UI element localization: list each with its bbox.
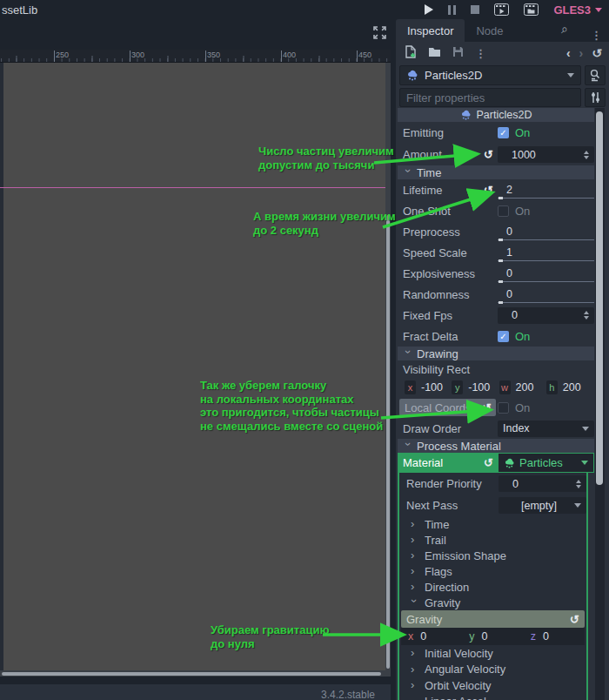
rect-h-field[interactable]: h 200 <box>546 380 592 394</box>
assetlib-tab[interactable]: ssetLib <box>2 3 37 17</box>
subsection-gravity[interactable]: › Gravity <box>399 595 586 610</box>
annotation-amount: Число частиц увеличим допустим до тысячи <box>258 145 394 172</box>
prop-explosiveness: Explosiveness 0 <box>398 263 594 284</box>
spinner-arrows-icon[interactable] <box>576 480 581 488</box>
subsection-initial-velocity[interactable]: › Initial Velocity <box>399 645 586 662</box>
distraction-free-icon[interactable] <box>371 24 387 40</box>
fold-closed-icon: › <box>411 551 418 560</box>
resource-menu-icon[interactable]: ⋮ <box>475 47 486 60</box>
slider-grabber[interactable] <box>499 280 503 283</box>
subsection-flags[interactable]: › Flags <box>399 563 586 579</box>
spinner-arrows-icon[interactable] <box>584 311 589 320</box>
fract-delta-checkbox[interactable]: ✓ <box>498 331 509 342</box>
dock-menu-icon[interactable]: ⋮ <box>591 29 602 42</box>
revert-icon[interactable]: ↺ <box>570 613 579 626</box>
subsection-time[interactable]: › Time <box>399 516 586 532</box>
play-scene-icon[interactable] <box>494 3 509 16</box>
annotation-line: до 2 секунд <box>253 224 396 238</box>
rect-y-field[interactable]: y -100 <box>452 380 497 394</box>
slider-grabber[interactable] <box>499 301 503 304</box>
inspector-scrollbar[interactable] <box>595 108 605 700</box>
prop-label: Next Pass <box>406 499 499 512</box>
gravity-z-field[interactable]: z 0 <box>524 630 585 643</box>
emitting-checkbox[interactable]: ✓ <box>498 127 509 138</box>
section-process-material[interactable]: › Process Material <box>398 439 594 453</box>
load-resource-icon[interactable] <box>428 45 441 61</box>
save-resource-icon[interactable] <box>452 45 464 61</box>
gravity-x-field[interactable]: x 0 <box>401 630 462 643</box>
annotation-line: на локальных координатах <box>200 393 383 407</box>
next-pass-dropdown[interactable]: [empty] <box>499 497 586 514</box>
subsection-direction[interactable]: › Direction <box>399 579 586 595</box>
tab-inspector[interactable]: Inspector <box>396 19 465 42</box>
subsection-trail[interactable]: › Trail <box>399 532 586 548</box>
gravity-property-highlight[interactable]: Gravity ↺ <box>401 610 585 628</box>
canvas-vscrollbar-thumb[interactable] <box>386 215 390 669</box>
draw-order-dropdown[interactable]: Index <box>498 421 594 437</box>
renderer-select[interactable]: GLES3 <box>553 3 602 17</box>
object-selector[interactable]: Particles2D <box>399 65 581 85</box>
open-docs-button[interactable] <box>585 65 606 85</box>
material-resource-dropdown[interactable]: Particles <box>498 453 594 473</box>
subsection-orbit-velocity[interactable]: › Orbit Velocity <box>399 677 586 694</box>
slider-grabber[interactable] <box>499 197 503 199</box>
slider-grabber[interactable] <box>499 239 503 241</box>
canvas-hscrollbar[interactable] <box>0 670 385 676</box>
inspector-tools-button[interactable] <box>585 88 606 107</box>
slider-grabber[interactable] <box>499 259 503 262</box>
play-custom-scene-icon[interactable] <box>524 3 539 16</box>
prop-value: 2 <box>506 184 512 196</box>
speed-scale-slider[interactable]: 1 <box>498 245 594 261</box>
randomness-slider[interactable]: 0 <box>498 286 594 303</box>
rect-x-field[interactable]: x -100 <box>405 380 450 394</box>
fold-open-icon: › <box>410 599 418 606</box>
inspector-scrollbar-thumb[interactable] <box>596 111 603 485</box>
spinner-arrows-icon[interactable] <box>584 151 589 159</box>
checkbox-label: On <box>515 205 530 218</box>
ruler-label: 300 <box>131 50 144 59</box>
revert-icon[interactable]: ↺ <box>484 184 493 197</box>
material-label-highlight[interactable]: Material ↺ <box>398 453 498 473</box>
prop-render-priority: Render Priority 0 <box>399 473 586 495</box>
explosiveness-slider[interactable]: 0 <box>498 266 594 282</box>
render-priority-spinbox[interactable]: 0 <box>499 475 586 492</box>
tab-node[interactable]: Node <box>465 19 514 42</box>
one-shot-checkbox[interactable] <box>498 205 509 217</box>
section-drawing[interactable]: › Drawing <box>398 347 594 360</box>
prop-value: 1000 <box>512 149 584 161</box>
history-back-icon[interactable]: ‹ <box>566 46 571 60</box>
revert-icon[interactable]: ↺ <box>484 148 493 161</box>
prop-speed-scale: Speed Scale 1 <box>398 242 594 263</box>
subsection-emission-shape[interactable]: › Emission Shape <box>399 548 586 563</box>
play-icon[interactable] <box>425 4 433 15</box>
axis-value: 200 <box>563 381 581 394</box>
visibility-rect-values: x -100 y -100 w 200 h 200 <box>398 378 594 397</box>
top-bar: ssetLib GLES3 <box>0 0 609 19</box>
local-coords-highlight[interactable]: Local Coords ↺ <box>399 399 496 416</box>
pause-icon[interactable] <box>448 5 456 15</box>
gravity-y-field[interactable]: y 0 <box>462 630 523 643</box>
canvas-hscrollbar-thumb[interactable] <box>2 672 381 676</box>
lifetime-slider[interactable]: 2 <box>498 182 594 199</box>
axis-label: x <box>405 380 416 394</box>
subsection-label: Initial Velocity <box>425 647 493 660</box>
stop-icon[interactable] <box>471 5 479 14</box>
rect-w-field[interactable]: w 200 <box>499 380 545 394</box>
history-forward-icon[interactable]: › <box>579 46 584 60</box>
preprocess-slider[interactable]: 0 <box>498 224 594 240</box>
subsection-linear-accel[interactable]: › Linear Accel <box>399 694 586 700</box>
axis-value: 200 <box>516 381 534 394</box>
new-resource-icon[interactable] <box>405 45 417 62</box>
section-time[interactable]: › Time <box>398 165 594 179</box>
revert-icon[interactable]: ↺ <box>484 456 493 469</box>
check-icon: ✓ <box>499 332 506 341</box>
prop-value: 0 <box>506 288 512 300</box>
subsection-label: Orbit Velocity <box>425 679 492 692</box>
filter-properties-input[interactable] <box>399 88 581 107</box>
revert-icon[interactable]: ↺ <box>482 401 492 414</box>
amount-spinbox[interactable]: 1000 <box>498 146 594 163</box>
local-coords-checkbox[interactable] <box>498 402 509 414</box>
subsection-angular-velocity[interactable]: › Angular Velocity <box>399 662 586 678</box>
fixed-fps-spinbox[interactable]: 0 <box>498 307 594 324</box>
history-icon[interactable]: ↺ <box>592 46 602 60</box>
